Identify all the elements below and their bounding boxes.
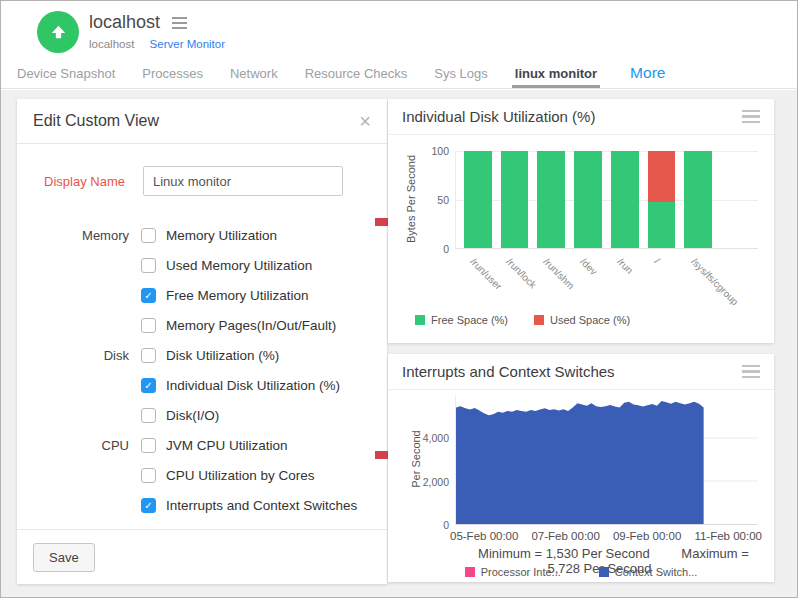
top-header: localhost localhost Server Monitor [1,1,797,58]
display-name-input[interactable] [143,166,343,196]
option-row[interactable]: Used Memory Utilization [17,250,387,280]
y-axis-tick: 100 [431,145,449,157]
close-icon[interactable]: × [359,111,371,131]
checked-checkbox[interactable]: ✓ [141,288,156,303]
checked-checkbox[interactable]: ✓ [141,378,156,393]
y-axis-tick: 2,000 [423,476,449,488]
unchecked-checkbox[interactable] [141,408,156,423]
option-label: JVM CPU Utilization [166,438,288,453]
x-axis-tick: / [652,256,662,266]
legend-swatch [534,315,544,325]
x-axis-tick: /sys/fs/cgroup [689,256,740,307]
option-row[interactable]: MemoryMemory Utilization [17,220,387,250]
unchecked-checkbox[interactable] [141,228,156,243]
tab-more[interactable]: More [630,58,665,88]
interrupts-chart-title: Interrupts and Context Switches [402,363,615,380]
tab-processes[interactable]: Processes [142,58,203,88]
tab-resource-checks[interactable]: Resource Checks [305,58,408,88]
bar-/run/user [464,151,492,248]
legend-item[interactable]: Free Space (%) [415,314,508,326]
bar-/run/lock [501,151,529,248]
option-label: Disk(I/O) [166,408,219,423]
x-axis-tick: /run [615,256,635,276]
breadcrumb: localhost Server Monitor [89,38,225,50]
option-row[interactable]: ✓Individual Disk Utilization (%) [17,370,387,400]
minimum-value: Minimum = 1,530 Per Second [478,546,650,561]
disk-xlabels: /run/user/run/lock/run/shm/dev/run//sys/… [455,252,758,310]
content-area: Edit Custom View × Display Name MemoryMe… [1,90,797,597]
tab-network[interactable]: Network [230,58,278,88]
group-label: Disk [33,348,129,363]
unchecked-checkbox[interactable] [141,258,156,273]
legend-label: Free Space (%) [431,314,508,326]
up-arrow-icon [49,23,68,42]
legend-label: Used Space (%) [550,314,630,326]
tab-device-snapshot[interactable]: Device Snapshot [17,58,115,88]
legend-label: Processor Inte... [481,566,561,578]
disk-bars [456,151,758,248]
option-row[interactable]: Disk(I/O) [17,400,387,430]
chart-menu-icon[interactable] [742,110,760,124]
unchecked-checkbox[interactable] [141,468,156,483]
interrupts-xlabels: 05-Feb 00:0007-Feb 00:0009-Feb 00:0011-F… [450,530,762,542]
x-axis-tick: /run/user [468,256,504,292]
option-label: Used Memory Utilization [166,258,312,273]
interrupts-card: Interrupts and Context Switches Per Seco… [388,354,774,582]
x-axis-tick: 05-Feb 00:00 [450,530,518,542]
interrupts-chart-ylabel: Per Second [410,430,422,487]
option-row[interactable]: ✓Free Memory Utilization [17,280,387,310]
page-title: localhost [89,12,160,33]
unchecked-checkbox[interactable] [141,348,156,363]
y-axis-tick: 4,000 [423,432,449,444]
disk-bar-plot: 050100 [455,151,758,249]
option-label: CPU Utilization by Cores [166,468,315,483]
panel-title: Edit Custom View [33,112,159,130]
group-label: Memory [33,228,129,243]
x-axis-tick: 07-Feb 00:00 [531,530,599,542]
option-label: Free Memory Utilization [166,288,309,303]
option-row[interactable]: CPU Utilization by Cores [17,460,387,490]
bar-/ [648,151,676,248]
legend-swatch [415,315,425,325]
bar-/dev [574,151,602,248]
tab-sys-logs[interactable]: Sys Logs [434,58,487,88]
option-label: Disk Utilization (%) [166,348,279,363]
option-row[interactable]: DiskDisk Utilization (%) [17,340,387,370]
checked-checkbox[interactable]: ✓ [141,498,156,513]
x-axis-tick: 11-Feb 00:00 [694,530,762,542]
tab-bar: Device SnapshotProcessesNetworkResource … [1,58,797,89]
save-button[interactable]: Save [33,543,95,572]
option-row[interactable]: Memory Pages(In/Out/Fault) [17,310,387,340]
breadcrumb-host: localhost [89,38,134,50]
bar-/run [611,151,639,248]
breadcrumb-server-monitor-link[interactable]: Server Monitor [150,38,225,50]
y-axis-tick: 0 [443,519,449,531]
legend-item[interactable]: Processor Inte... [465,566,561,578]
monitor-status-avatar [37,11,79,53]
area-chart-svg [456,395,758,524]
unchecked-checkbox[interactable] [141,438,156,453]
interrupts-legend: Processor Inte...Context Switch... [388,566,774,578]
option-row[interactable]: CPUJVM CPU Utilization [17,430,387,460]
edit-custom-view-panel: Edit Custom View × Display Name MemoryMe… [17,99,387,584]
option-label: Memory Pages(In/Out/Fault) [166,318,336,333]
legend-swatch [465,567,475,577]
legend-item[interactable]: Context Switch... [599,566,698,578]
legend-swatch [599,567,609,577]
bar-/run/shm [537,151,565,248]
title-hamburger-menu-icon[interactable] [172,17,187,29]
unchecked-checkbox[interactable] [141,318,156,333]
disk-chart-title: Individual Disk Utilization (%) [402,108,595,125]
chart-menu-icon[interactable] [742,365,760,379]
x-axis-tick: /dev [578,256,599,277]
disk-chart-ylabel: Bytes Per Second [405,155,417,243]
tab-linux-monitor[interactable]: linux monitor [515,58,597,88]
option-row[interactable]: ✓Interrupts and Context Switches [17,490,387,520]
legend-item[interactable]: Used Space (%) [534,314,630,326]
interrupts-area-plot: 02,0004,000 [455,395,758,525]
x-axis-tick: 09-Feb 00:00 [613,530,681,542]
display-name-label: Display Name [33,174,125,189]
metric-groups: MemoryMemory UtilizationUsed Memory Util… [17,220,387,520]
server-monitor-window: localhost localhost Server Monitor Devic… [0,0,798,598]
x-axis-tick: /run/shm [541,256,576,291]
